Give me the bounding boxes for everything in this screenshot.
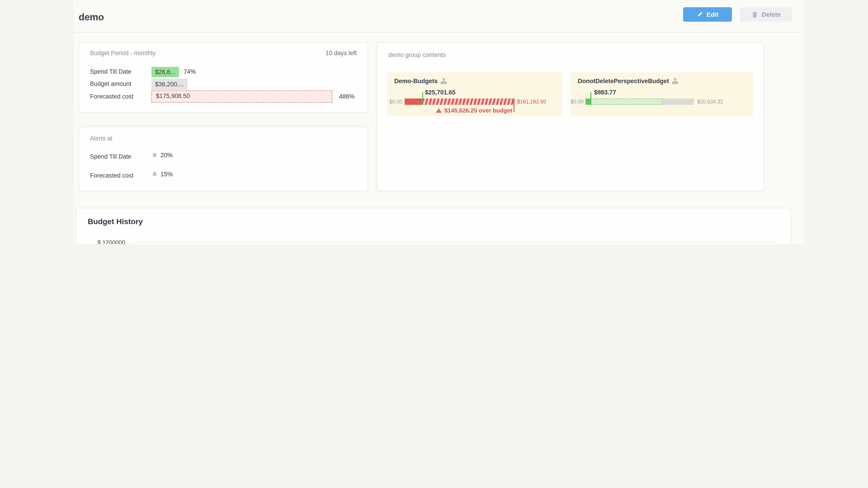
edit-button-label: Edit	[707, 11, 719, 18]
budget-tile-max: $161,192.50	[517, 99, 546, 104]
budget-history-title: Budget History	[88, 217, 143, 226]
bell-icon	[151, 171, 158, 177]
budget-tile-current-value: $25,701.65	[425, 89, 456, 96]
budget-tile-demo-budgets[interactable]: Demo-Budgets $25,701.65 $0.00 $161,192.5…	[387, 72, 562, 116]
hierarchy-icon	[440, 78, 447, 85]
budget-tile-name: DonotDeletePerspectiveBudget	[578, 78, 669, 85]
budget-period-card: Budget Period - monthly 10 days left Spe…	[79, 42, 368, 112]
hierarchy-icon	[672, 78, 679, 85]
group-card-title: demo group contents	[388, 52, 446, 58]
forecast-segment	[591, 98, 662, 105]
budget-amount-label: Budget amount	[90, 80, 131, 87]
alerts-card-title: Alerts at	[90, 135, 112, 142]
forecasted-cost-box: $175,908.50	[151, 90, 332, 103]
alert-spend-label: Spend Till Date	[90, 153, 131, 160]
budget-history-card: Budget History $ 1200000 $ 0 1 Jul 2024 …	[76, 208, 791, 244]
budget-progress-bar	[585, 98, 694, 105]
budget-tile-donotdelete[interactable]: DonotDeletePerspectiveBudget $983.77 $0.…	[570, 72, 753, 116]
over-budget-label: $145,626.25 over budget	[444, 107, 513, 114]
edit-button[interactable]: Edit	[683, 7, 732, 22]
spent-segment	[585, 98, 591, 105]
alert-forecast-value: 15%	[160, 171, 173, 177]
spend-till-date-label: Spend Till Date	[90, 68, 131, 75]
budget-period-card-title: Budget Period - monthly	[90, 50, 156, 57]
budget-history-chart: 1 Jul 2024 - 31Jul 20241 Aug 2024 - 31Au…	[130, 242, 776, 244]
budget-tile-min: $0.00	[570, 99, 583, 104]
group-contents-card: demo group contents Demo-Budgets $25,701…	[377, 42, 764, 191]
y-axis-max-label: $ 1200000	[90, 239, 125, 244]
alerts-card: Alerts at Spend Till Date 20% Forecasted…	[79, 127, 368, 191]
forecasted-cost-label: Forecasted cost	[90, 93, 133, 100]
budget-detail-page: demo Edit Delete Budget Period - monthly…	[0, 0, 868, 244]
bell-icon	[151, 152, 158, 158]
forecast-percent-label: 486%	[339, 93, 355, 100]
gridline-top	[130, 242, 776, 242]
budget-tile-min: $0.00	[387, 99, 402, 104]
budget-tile-max: $20,634.32	[697, 99, 723, 104]
delete-button[interactable]: Delete	[740, 7, 792, 22]
budget-tile-current-value: $983.77	[594, 89, 616, 96]
alert-spend-value: 20%	[160, 152, 173, 159]
header-divider	[73, 32, 804, 33]
spent-segment	[405, 98, 423, 105]
trash-icon	[751, 11, 758, 18]
budget-progress-bar	[405, 98, 515, 105]
spend-till-date-chip: $26,6...	[151, 67, 179, 77]
budget-amount-chip: $36,200....	[151, 78, 188, 90]
delete-button-label: Delete	[762, 11, 781, 18]
alert-forecast-label: Forecasted cost	[90, 172, 133, 179]
budget-tile-name: Demo-Budgets	[394, 78, 438, 85]
days-left-label: 10 days left	[326, 50, 357, 57]
spend-marker-line	[590, 92, 591, 105]
pencil-icon	[697, 11, 703, 18]
spend-marker-line	[422, 92, 423, 105]
forecast-overbudget-segment	[423, 98, 515, 105]
page-title: demo	[79, 12, 104, 23]
spend-percent-label: 74%	[184, 68, 196, 75]
over-budget-end-line	[514, 98, 515, 112]
warning-icon	[436, 107, 442, 113]
